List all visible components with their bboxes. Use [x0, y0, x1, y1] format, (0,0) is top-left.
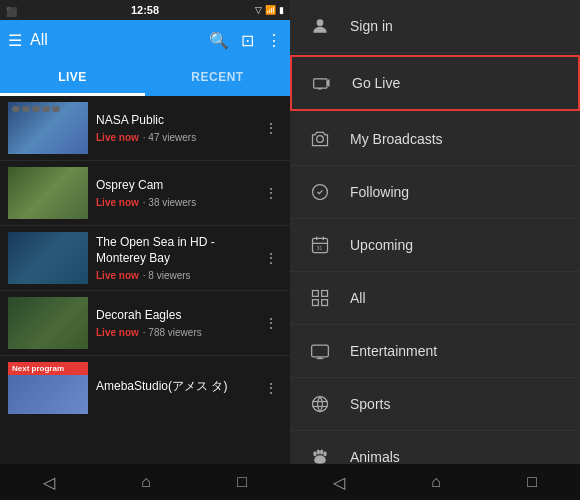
drawer-item-sign-in[interactable]: Sign in: [290, 0, 580, 53]
next-program-title: AmebaStudio(アメス タ): [96, 379, 252, 395]
live-badge-nasa: Live now: [96, 132, 139, 143]
left-app-bar-right: 🔍 ⊡ ⋮: [209, 31, 282, 50]
video-meta-eagle: Live now · 788 viewers: [96, 327, 252, 338]
right-panel: ⬛ 12:58 ▽ 📶 ▮ ☰ All 🔍 ⊡ ⋮ LIVE RECENT: [290, 0, 580, 500]
left-back-icon[interactable]: ◁: [43, 473, 55, 492]
video-info-eagle: Decorah Eagles Live now · 788 viewers: [88, 308, 260, 338]
svg-rect-14: [313, 300, 319, 306]
svg-point-0: [317, 19, 324, 26]
left-search-icon[interactable]: 🔍: [209, 31, 229, 50]
video-meta-nasa: Live now · 47 viewers: [96, 132, 252, 143]
video-info-osprey: Osprey Cam Live now · 38 viewers: [88, 178, 260, 208]
left-video-list: NASA Public Live now · 47 viewers ⋮ Ospr…: [0, 96, 290, 464]
svg-rect-12: [313, 291, 319, 297]
video-title-nasa: NASA Public: [96, 113, 252, 129]
more-icon-nasa[interactable]: ⋮: [260, 116, 282, 140]
left-tab-recent[interactable]: RECENT: [145, 60, 290, 96]
left-app-title: All: [30, 31, 48, 49]
viewers-osprey: · 38 viewers: [143, 197, 196, 208]
notification-icon: ⬛: [6, 7, 17, 17]
svg-text:31: 31: [317, 245, 323, 251]
svg-point-24: [317, 450, 320, 455]
entertainment-label: Entertainment: [350, 343, 437, 359]
next-program-info: AmebaStudio(アメス タ): [88, 379, 260, 398]
drawer-item-all[interactable]: All: [290, 272, 580, 325]
right-back-icon[interactable]: ◁: [333, 473, 345, 492]
live-badge-sea: Live now: [96, 270, 139, 281]
drawer-item-following[interactable]: Following: [290, 166, 580, 219]
svg-point-25: [320, 450, 323, 455]
live-badge-eagle: Live now: [96, 327, 139, 338]
more-icon-eagle[interactable]: ⋮: [260, 311, 282, 335]
left-tab-live[interactable]: LIVE: [0, 60, 145, 96]
grid-icon: [306, 284, 334, 312]
left-home-icon[interactable]: ⌂: [141, 473, 151, 491]
drawer-content: Sign in Go Live: [290, 0, 580, 464]
more-icon-sea[interactable]: ⋮: [260, 246, 282, 270]
my-broadcasts-label: My Broadcasts: [350, 131, 443, 147]
animals-label: Animals: [350, 449, 400, 464]
svg-point-5: [317, 136, 324, 143]
right-nav-bar: ◁ ⌂ □: [290, 464, 580, 500]
right-recent-icon[interactable]: □: [527, 473, 537, 491]
svg-point-22: [313, 451, 316, 456]
left-status-time: 12:58: [131, 4, 159, 16]
video-item-eagle[interactable]: Decorah Eagles Live now · 788 viewers ⋮: [0, 291, 290, 356]
viewers-sea: · 8 viewers: [143, 270, 191, 281]
battery-icon: ▮: [279, 5, 284, 15]
all-label: All: [350, 290, 366, 306]
video-thumb-osprey: [8, 167, 88, 219]
left-menu-icon[interactable]: ☰: [8, 31, 22, 50]
navigation-drawer: Sign in Go Live: [290, 0, 580, 500]
drawer-item-sports[interactable]: Sports: [290, 378, 580, 431]
following-label: Following: [350, 184, 409, 200]
svg-point-23: [323, 451, 326, 456]
broadcast-icon: [308, 69, 336, 97]
svg-rect-16: [312, 345, 329, 357]
viewers-nasa: · 47 viewers: [143, 132, 196, 143]
drawer-item-animals[interactable]: Animals: [290, 431, 580, 464]
drawer-item-go-live[interactable]: Go Live: [290, 55, 580, 111]
right-home-icon[interactable]: ⌂: [431, 473, 441, 491]
wifi-icon: ▽: [255, 5, 262, 15]
left-app-bar: ☰ All 🔍 ⊡ ⋮: [0, 20, 290, 60]
video-thumb-sea: [8, 232, 88, 284]
video-thumb-nasa: [8, 102, 88, 154]
video-item-nasa[interactable]: NASA Public Live now · 47 viewers ⋮: [0, 96, 290, 161]
next-program-item[interactable]: Next program AmebaStudio(アメス タ) ⋮: [0, 356, 290, 420]
drawer-item-my-broadcasts[interactable]: My Broadcasts: [290, 113, 580, 166]
svg-rect-13: [322, 291, 328, 297]
tv-icon: [306, 337, 334, 365]
camera-icon: [306, 125, 334, 153]
check-circle-icon: [306, 178, 334, 206]
video-meta-osprey: Live now · 38 viewers: [96, 197, 252, 208]
video-info-nasa: NASA Public Live now · 47 viewers: [88, 113, 260, 143]
video-meta-sea: Live now · 8 viewers: [96, 270, 252, 281]
video-info-sea: The Open Sea in HD - Monterey Bay Live n…: [88, 235, 260, 280]
left-recent-icon[interactable]: □: [237, 473, 247, 491]
left-cast-icon[interactable]: ⊡: [241, 31, 254, 50]
sports-label: Sports: [350, 396, 390, 412]
drawer-item-upcoming[interactable]: 31 Upcoming: [290, 219, 580, 272]
video-title-eagle: Decorah Eagles: [96, 308, 252, 324]
signal-icon: 📶: [265, 5, 276, 15]
left-status-icons: ▽ 📶 ▮: [255, 5, 284, 15]
more-icon-ameba[interactable]: ⋮: [260, 376, 282, 400]
live-badge-osprey: Live now: [96, 197, 139, 208]
more-icon-osprey[interactable]: ⋮: [260, 181, 282, 205]
calendar-icon: 31: [306, 231, 334, 259]
video-item-sea[interactable]: The Open Sea in HD - Monterey Bay Live n…: [0, 226, 290, 291]
left-status-left: ⬛: [6, 1, 17, 19]
next-program-thumb: Next program: [8, 362, 88, 414]
svg-rect-1: [314, 79, 327, 88]
next-program-banner: Next program: [8, 362, 88, 375]
left-more-icon[interactable]: ⋮: [266, 31, 282, 50]
svg-point-19: [313, 397, 328, 412]
left-nav-bar: ◁ ⌂ □: [0, 464, 290, 500]
drawer-item-entertainment[interactable]: Entertainment: [290, 325, 580, 378]
video-item-osprey[interactable]: Osprey Cam Live now · 38 viewers ⋮: [0, 161, 290, 226]
left-status-bar: ⬛ 12:58 ▽ 📶 ▮: [0, 0, 290, 20]
video-thumb-eagle: [8, 297, 88, 349]
go-live-label: Go Live: [352, 75, 400, 91]
upcoming-label: Upcoming: [350, 237, 413, 253]
